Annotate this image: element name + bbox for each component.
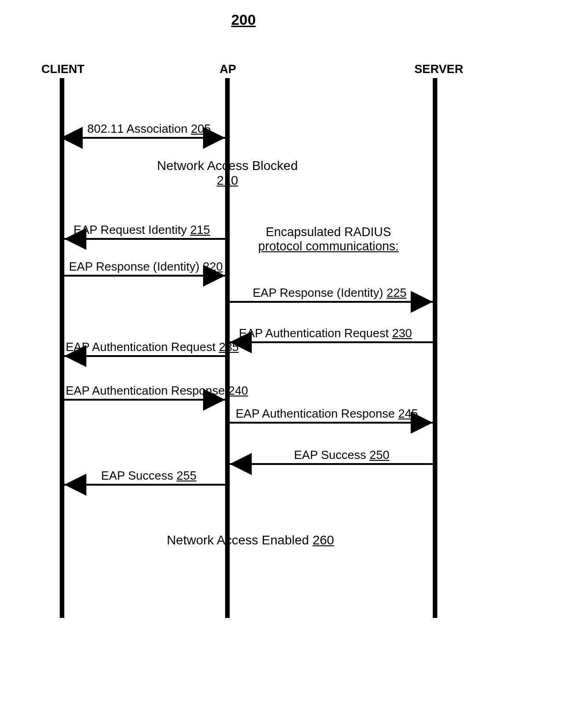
msg-220-ref: 220	[203, 260, 222, 273]
msg-255-text: EAP Success	[101, 469, 173, 482]
msg-235-ref: 235	[219, 340, 238, 354]
msg-255-ref: 255	[176, 469, 196, 482]
actor-ap-label: AP	[220, 62, 236, 76]
msg-255: EAP Success 255	[101, 469, 197, 483]
msg-240: EAP Authentication Response 240	[66, 384, 248, 398]
msg-250-text: EAP Success	[294, 448, 366, 462]
msg-225: EAP Response (Identity) 225	[253, 286, 407, 300]
msg-205-ref: 205	[191, 122, 211, 136]
sequence-diagram: 200 CLIENT AP SERVER	[23, 0, 464, 702]
note-enabled-text: Network Access Enabled	[167, 533, 309, 547]
actor-client-label: CLIENT	[41, 62, 85, 76]
msg-240-text: EAP Authentication Response	[66, 384, 225, 397]
note-blocked-text: Network Access Blocked	[157, 159, 298, 173]
msg-225-text: EAP Response (Identity)	[253, 286, 383, 300]
msg-225-ref: 225	[386, 286, 406, 300]
msg-245: EAP Authentication Response 245	[236, 407, 418, 421]
msg-245-ref: 245	[398, 407, 418, 420]
lifeline-server	[433, 78, 437, 618]
note-radius-line1: Encapsulated RADIUS	[266, 225, 391, 239]
msg-230-text: EAP Authentication Request	[239, 326, 389, 340]
note-enabled-ref: 260	[312, 533, 334, 547]
msg-235: EAP Authentication Request 235	[66, 340, 239, 354]
lifeline-client	[60, 78, 64, 618]
msg-205: 802.11 Association 205	[87, 122, 211, 136]
msg-245-text: EAP Authentication Response	[236, 407, 395, 420]
msg-205-text: 802.11 Association	[87, 122, 187, 136]
note-radius: Encapsulated RADIUS protocol communicati…	[241, 225, 416, 254]
msg-250: EAP Success 250	[294, 448, 390, 462]
note-enabled: Network Access Enabled 260	[129, 533, 372, 548]
msg-215-ref: 215	[190, 223, 210, 237]
note-radius-line2: protocol communications:	[258, 239, 399, 253]
note-blocked-ref: 210	[217, 173, 238, 187]
msg-240-ref: 240	[228, 384, 248, 397]
figure-number: 200	[23, 11, 464, 28]
actor-server-label: SERVER	[414, 62, 463, 76]
msg-250-ref: 250	[369, 448, 389, 462]
msg-215-text: EAP Request Identity	[74, 223, 187, 237]
msg-215: EAP Request Identity 215	[74, 223, 210, 237]
msg-230: EAP Authentication Request 230	[239, 326, 412, 340]
note-blocked: Network Access Blocked 210	[129, 159, 326, 188]
msg-220-text: EAP Response (Identity)	[69, 260, 199, 273]
msg-230-ref: 230	[392, 326, 412, 340]
msg-235-text: EAP Authentication Request	[66, 340, 215, 354]
msg-220: EAP Response (Identity) 220	[69, 260, 223, 274]
